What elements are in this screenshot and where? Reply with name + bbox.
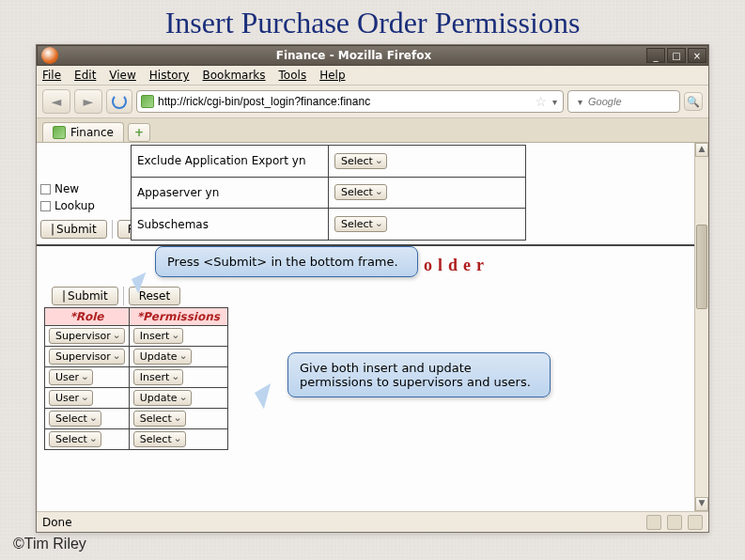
attr-label: Exclude Application Export yn <box>132 146 329 178</box>
menu-file[interactable]: File <box>42 69 61 82</box>
window-title: Finance - Mozilla Firefox <box>62 49 645 62</box>
select-role[interactable]: Supervisor <box>49 328 125 344</box>
attr-label: Appaserver yn <box>132 177 329 209</box>
vertical-scrollbar[interactable]: ▲ ▼ <box>694 143 708 511</box>
search-engine-dropdown-icon[interactable]: ▾ <box>576 97 584 107</box>
submit-button-top[interactable]: | Submit <box>40 220 107 239</box>
checkbox-new[interactable]: New <box>40 182 127 195</box>
menubar: File Edit View History Bookmarks Tools H… <box>37 66 708 86</box>
menu-help[interactable]: Help <box>319 69 345 82</box>
search-bar[interactable]: ▾ <box>567 90 680 113</box>
select-role[interactable]: Supervisor <box>49 349 125 365</box>
select-subschemas[interactable]: Select <box>334 216 387 232</box>
checkbox-icon <box>40 184 51 194</box>
page-content: New Lookup | Submit R Exclude Applicatio… <box>37 143 708 511</box>
table-row: Subschemas Select <box>132 209 526 241</box>
select-role[interactable]: User <box>49 369 93 385</box>
tab-label: Finance <box>70 126 114 139</box>
attribute-table: Exclude Application Export yn Select App… <box>131 145 526 241</box>
role-folder-table: *Role *Permissions Supervisor Insert Sup… <box>44 307 228 450</box>
url-dropdown-icon[interactable]: ▾ <box>551 97 559 107</box>
scroll-down-icon[interactable]: ▼ <box>695 497 708 511</box>
url-bar[interactable]: ☆ ▾ <box>136 90 564 113</box>
close-button[interactable]: × <box>688 48 706 63</box>
tab-bar: Finance + <box>37 118 708 143</box>
status-icon <box>667 515 682 530</box>
reload-button[interactable] <box>106 89 132 114</box>
table-row: Appaserver yn Select <box>132 177 526 209</box>
submit-button-bottom[interactable]: | Submit <box>52 287 118 305</box>
table-row: Select Select <box>45 409 228 429</box>
select-permission[interactable]: Insert <box>133 369 184 385</box>
select-permission[interactable]: Update <box>133 390 192 406</box>
nav-toolbar: ◄ ► ☆ ▾ ▾ 🔍 <box>37 86 708 118</box>
scroll-up-icon[interactable]: ▲ <box>695 143 708 157</box>
table-row: Exclude Application Export yn Select <box>132 146 526 178</box>
copyright: ©Tim Riley <box>13 536 86 552</box>
menu-bookmarks[interactable]: Bookmarks <box>203 69 266 82</box>
status-bar: Done <box>37 511 708 532</box>
search-go-button[interactable]: 🔍 <box>684 92 703 111</box>
maximize-button[interactable]: □ <box>667 48 686 63</box>
site-favicon-icon <box>141 95 154 108</box>
forward-button[interactable]: ► <box>74 89 102 114</box>
select-permission[interactable]: Select <box>133 411 186 427</box>
new-tab-button[interactable]: + <box>128 123 150 142</box>
select-role[interactable]: Select <box>49 431 101 447</box>
menu-history[interactable]: History <box>149 69 190 82</box>
table-row: User Insert <box>45 367 228 388</box>
select-permission[interactable]: Insert <box>133 328 184 344</box>
select-role[interactable]: User <box>49 390 93 406</box>
scroll-thumb[interactable] <box>696 225 707 309</box>
status-text: Done <box>42 516 72 529</box>
select-exclude-export[interactable]: Select <box>334 153 387 169</box>
slide-title: Insert Purchase Order Permissions <box>0 0 745 44</box>
table-row: Supervisor Update <box>45 347 228 367</box>
table-row: User Update <box>45 388 228 409</box>
select-permission[interactable]: Select <box>133 431 186 447</box>
select-permission[interactable]: Update <box>133 349 192 365</box>
tab-favicon-icon <box>53 126 66 139</box>
bookmark-star-icon[interactable]: ☆ <box>535 94 547 109</box>
menu-tools[interactable]: Tools <box>279 69 307 82</box>
tab-finance[interactable]: Finance <box>42 122 124 142</box>
back-button[interactable]: ◄ <box>42 89 70 114</box>
status-icon <box>646 515 661 530</box>
reload-icon <box>112 94 127 109</box>
checkbox-lookup[interactable]: Lookup <box>40 199 127 212</box>
col-header-role: *Role <box>45 308 130 326</box>
minimize-button[interactable]: _ <box>646 48 665 63</box>
status-icon <box>688 515 703 530</box>
callout-permissions: Give both insert and update permissions … <box>287 352 551 397</box>
checkbox-icon <box>40 201 51 211</box>
top-frame: New Lookup | Submit R Exclude Applicatio… <box>37 143 708 246</box>
url-input[interactable] <box>158 95 531 108</box>
select-role[interactable]: Select <box>49 411 101 427</box>
attr-label: Subschemas <box>132 209 329 241</box>
divider <box>112 220 113 239</box>
callout-submit: Press <Submit> in the bottom frame. <box>155 246 418 277</box>
divider <box>123 287 124 305</box>
select-appaserver[interactable]: Select <box>334 184 387 200</box>
status-icons <box>646 515 703 530</box>
table-row: Supervisor Insert <box>45 326 228 347</box>
firefox-icon <box>41 47 58 64</box>
table-row: Select Select <box>45 429 228 450</box>
menu-view[interactable]: View <box>109 69 135 82</box>
window-titlebar: Finance - Mozilla Firefox _ □ × <box>37 45 708 66</box>
menu-edit[interactable]: Edit <box>74 69 96 82</box>
scroll-track[interactable] <box>695 157 708 497</box>
col-header-permissions: *Permissions <box>129 308 227 326</box>
